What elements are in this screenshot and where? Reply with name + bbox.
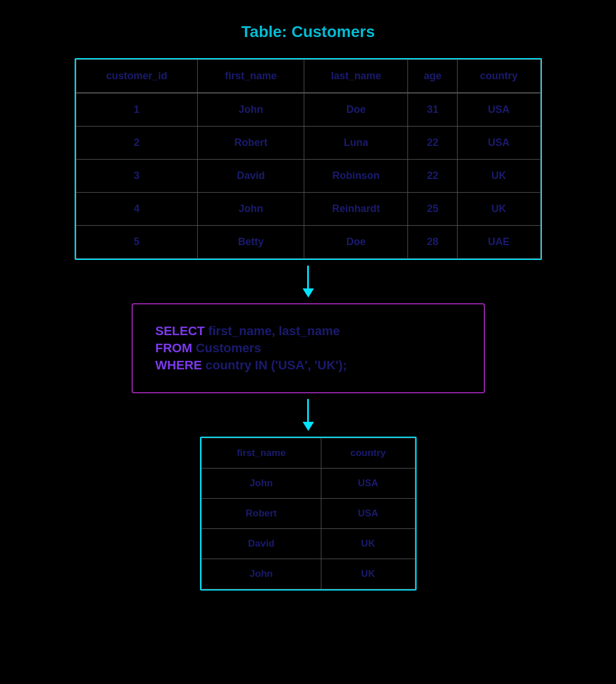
table-cell: Luna (304, 127, 408, 160)
table-cell: 28 (408, 226, 458, 259)
result-row: RobertUSA (201, 499, 415, 529)
table-cell: UAE (458, 226, 540, 259)
top-table-wrapper: customer_id first_name last_name age cou… (75, 58, 542, 260)
table-cell: John (198, 93, 304, 127)
table-cell: 4 (76, 193, 198, 226)
table-cell: 22 (408, 160, 458, 193)
table-cell: 31 (408, 93, 458, 127)
table-cell: 25 (408, 193, 458, 226)
result-table: first_name country JohnUSARobertUSADavid… (201, 438, 415, 589)
result-row: DavidUK (201, 529, 415, 559)
table-cell: Betty (198, 226, 304, 259)
col-first-name: first_name (198, 60, 304, 93)
table-body: 1JohnDoe31USA2RobertLuna22USA3DavidRobin… (76, 93, 540, 259)
main-container: Table: Customers customer_id first_name … (0, 23, 616, 591)
col-age: age (408, 60, 458, 93)
table-cell: 3 (76, 160, 198, 193)
arrow-head-1 (303, 288, 314, 298)
sql-keyword-select: SELECT (156, 324, 205, 338)
result-row: JohnUSA (201, 469, 415, 499)
table-cell: Doe (304, 226, 408, 259)
table-row: 1JohnDoe31USA (76, 93, 540, 127)
result-cell: John (201, 559, 321, 589)
table-cell: 5 (76, 226, 198, 259)
result-cell: Robert (201, 499, 321, 529)
page-title: Table: Customers (241, 23, 374, 41)
table-cell: UK (458, 160, 540, 193)
table-row: 2RobertLuna22USA (76, 127, 540, 160)
table-row: 4JohnReinhardt25UK (76, 193, 540, 226)
result-cell: John (201, 469, 321, 499)
table-cell: David (198, 160, 304, 193)
table-cell: Robert (198, 127, 304, 160)
result-cell: David (201, 529, 321, 559)
result-cell: USA (321, 499, 415, 529)
result-cell: UK (321, 529, 415, 559)
table-cell: Doe (304, 93, 408, 127)
table-cell: USA (458, 127, 540, 160)
col-customer-id: customer_id (76, 60, 198, 93)
table-cell: John (198, 193, 304, 226)
table-cell: USA (458, 93, 540, 127)
table-row: 3DavidRobinson22UK (76, 160, 540, 193)
result-header-row: first_name country (201, 438, 415, 469)
arrow-head-2 (303, 422, 314, 431)
table-header: customer_id first_name last_name age cou… (76, 60, 540, 93)
customers-table: customer_id first_name last_name age cou… (76, 59, 541, 259)
result-cell: USA (321, 469, 415, 499)
sql-select-text: first_name, last_name (205, 324, 340, 338)
arrow-line-1 (307, 266, 309, 288)
sql-box: SELECT first_name, last_name FROM Custom… (132, 303, 485, 393)
result-col-first-name: first_name (201, 438, 321, 469)
result-col-country: country (321, 438, 415, 469)
table-cell: Robinson (304, 160, 408, 193)
header-row: customer_id first_name last_name age cou… (76, 60, 540, 93)
table-row: 5BettyDoe28UAE (76, 226, 540, 259)
col-last-name: last_name (304, 60, 408, 93)
arrow-1 (303, 266, 314, 298)
sql-keyword-where: WHERE (156, 358, 202, 372)
result-row: JohnUK (201, 559, 415, 589)
sql-line-2: FROM Customers (156, 341, 461, 356)
table-cell: 22 (408, 127, 458, 160)
result-table-wrapper: first_name country JohnUSARobertUSADavid… (200, 437, 417, 591)
sql-line-1: SELECT first_name, last_name (156, 324, 461, 339)
col-country: country (458, 60, 540, 93)
table-cell: 1 (76, 93, 198, 127)
sql-line-3: WHERE country IN ('USA', 'UK'); (156, 358, 461, 373)
result-cell: UK (321, 559, 415, 589)
result-header: first_name country (201, 438, 415, 469)
table-cell: 2 (76, 127, 198, 160)
sql-keyword-from: FROM (156, 341, 193, 355)
sql-where-text: country IN ('USA', 'UK'); (202, 358, 346, 372)
arrow-line-2 (307, 399, 309, 422)
table-cell: UK (458, 193, 540, 226)
table-cell: Reinhardt (304, 193, 408, 226)
arrow-2 (303, 399, 314, 431)
result-body: JohnUSARobertUSADavidUKJohnUK (201, 469, 415, 589)
sql-from-text: Customers (192, 341, 261, 355)
